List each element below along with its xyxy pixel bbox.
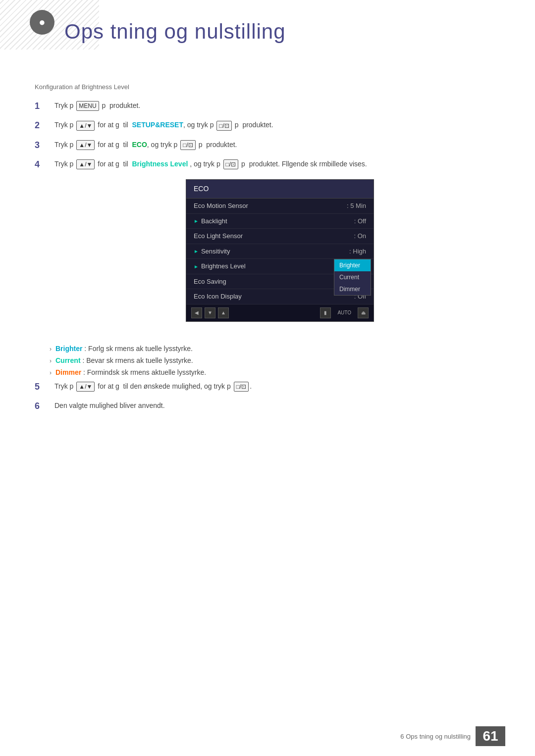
highlight-setup-reset: SETUP&RESET bbox=[132, 121, 183, 129]
page-title: Ops tning og nulstilling bbox=[64, 20, 505, 44]
step-text-3: Tryk p ▲/▼ for at g til ECO, og tryk p □… bbox=[54, 140, 505, 150]
bullet-marker-3: › bbox=[50, 369, 52, 376]
nav-btn-power: ⏏ bbox=[358, 307, 369, 318]
eco-row-icon-label: Eco Icon Display bbox=[194, 292, 354, 302]
step-list: 1 Tryk p MENU p produktet. 2 Tryk p ▲/▼ … bbox=[35, 101, 505, 337]
sub-bullet-current-text: Current : Bevar sk rmens ak tuelle lysst… bbox=[55, 356, 193, 364]
eco-row-motion-label: Eco Motion Sensor bbox=[194, 201, 347, 211]
key-nav-3: ▲/▼ bbox=[76, 140, 95, 150]
eco-nav-buttons: ◀ ▼ ▲ bbox=[191, 307, 229, 318]
eco-row-light-value: : On bbox=[354, 231, 366, 241]
footer-right: 6 Ops tning og nulstilling 61 bbox=[400, 726, 505, 746]
bullet-marker-1: › bbox=[50, 346, 52, 353]
arrow-brightness: ► bbox=[194, 263, 199, 270]
step-number-5: 5 bbox=[35, 381, 50, 393]
nav-btn-enter: ▮ bbox=[320, 307, 331, 318]
eco-menu: ECO Eco Motion Sensor : 5 Min ►Backlight… bbox=[186, 179, 374, 322]
eco-nav-right: ▮ AUTO ⏏ bbox=[320, 307, 369, 318]
highlight-eco: ECO bbox=[132, 141, 147, 149]
sub-bullet-current: › Current : Bevar sk rmens ak tuelle lys… bbox=[50, 356, 505, 364]
sub-bullet-brighter: › Brighter : Forlg sk rmens ak tuelle ly… bbox=[50, 345, 505, 353]
dropdown-option-current: Current bbox=[334, 271, 371, 283]
step-text-1: Tryk p MENU p produktet. bbox=[54, 101, 505, 111]
footer-page-number: 61 bbox=[476, 726, 505, 746]
eco-row-sensitivity-value: : High bbox=[349, 247, 366, 256]
eco-row-light-sensor: Eco Light Sensor : On bbox=[186, 229, 374, 244]
step-1: 1 Tryk p MENU p produktet. bbox=[35, 101, 505, 112]
eco-row-brightness-wrapper: ►Brightnes Level : Brighter Current Dimm… bbox=[186, 259, 374, 274]
section-label: Konfiguration af Brightness Level bbox=[35, 83, 505, 91]
step-text-6: Den valgte mulighed bliver anvendt. bbox=[54, 401, 505, 411]
label-current: Current bbox=[55, 356, 81, 364]
eco-row-backlight-value: : Off bbox=[354, 216, 366, 226]
step-text-2: Tryk p ▲/▼ for at g til SETUP&RESET, og … bbox=[54, 120, 505, 130]
page-container: ● Ops tning og nulstilling Konfiguration… bbox=[0, 0, 535, 435]
eco-menu-screenshot: ECO Eco Motion Sensor : 5 Min ►Backlight… bbox=[54, 179, 505, 322]
nav-btn-down: ▼ bbox=[205, 307, 215, 318]
sub-bullet-list: › Brighter : Forlg sk rmens ak tuelle ly… bbox=[50, 345, 505, 376]
eco-row-motion-value: : 5 Min bbox=[347, 201, 366, 211]
key-enter-2: □/⊡ bbox=[216, 121, 232, 131]
key-enter-3: □/⊡ bbox=[180, 140, 196, 150]
highlight-brightness-level: Brightness Level bbox=[132, 160, 188, 168]
step-number-2: 2 bbox=[35, 120, 50, 131]
nav-btn-left: ◀ bbox=[191, 307, 202, 318]
footer-chapter-label: 6 Ops tning og nulstilling bbox=[400, 733, 471, 740]
label-brighter: Brighter bbox=[55, 345, 82, 353]
dropdown-option-dimmer: Dimmer bbox=[334, 283, 371, 295]
step-3: 3 Tryk p ▲/▼ for at g til ECO, og tryk p… bbox=[35, 140, 505, 151]
key-enter-5: □/⊡ bbox=[234, 382, 249, 392]
eco-bottom-bar: ◀ ▼ ▲ ▮ AUTO ⏏ bbox=[186, 304, 374, 321]
nav-btn-up: ▲ bbox=[218, 307, 229, 318]
eco-row-sensitivity-label: ►Sensitivity bbox=[194, 247, 349, 256]
label-dimmer: Dimmer bbox=[55, 368, 81, 376]
step-5: 5 Tryk p ▲/▼ for at g til den ønskede mu… bbox=[35, 381, 505, 393]
eco-row-sensitivity: ►Sensitivity : High bbox=[186, 244, 374, 259]
sub-bullet-brighter-text: Brighter : Forlg sk rmens ak tuelle lyss… bbox=[55, 345, 193, 353]
step-list-2: 5 Tryk p ▲/▼ for at g til den ønskede mu… bbox=[35, 381, 505, 412]
step-4: 4 Tryk p ▲/▼ for at g til Brightness Lev… bbox=[35, 159, 505, 337]
key-enter-4: □/⊡ bbox=[223, 159, 239, 169]
step-2: 2 Tryk p ▲/▼ for at g til SETUP&RESET, o… bbox=[35, 120, 505, 131]
brightness-dropdown: Brighter Current Dimmer bbox=[334, 259, 371, 296]
page-footer: 6 Ops tning og nulstilling 61 bbox=[0, 726, 535, 746]
sub-bullet-dimmer: › Dimmer : Formindsk sk rmens aktuelle l… bbox=[50, 368, 505, 376]
step-text-5: Tryk p ▲/▼ for at g til den ønskede muli… bbox=[54, 381, 505, 392]
chapter-icon-symbol: ● bbox=[39, 16, 45, 29]
key-nav-5: ▲/▼ bbox=[76, 382, 95, 392]
eco-row-light-label: Eco Light Sensor bbox=[194, 231, 354, 241]
key-menu: MENU bbox=[76, 101, 99, 111]
step-number-3: 3 bbox=[35, 140, 50, 151]
key-nav-4: ▲/▼ bbox=[76, 159, 95, 169]
bullet-marker-2: › bbox=[50, 357, 52, 364]
sub-bullet-dimmer-text: Dimmer : Formindsk sk rmens aktuelle lys… bbox=[55, 368, 206, 376]
step-6: 6 Den valgte mulighed bliver anvendt. bbox=[35, 401, 505, 412]
step-number-6: 6 bbox=[35, 401, 50, 412]
step-number-1: 1 bbox=[35, 101, 50, 112]
eco-row-backlight-label: ►Backlight bbox=[194, 216, 354, 226]
arrow-sensitivity: ► bbox=[194, 248, 199, 255]
chapter-icon: ● bbox=[30, 10, 54, 35]
eco-row-motion-sensor: Eco Motion Sensor : 5 Min bbox=[186, 199, 374, 214]
dropdown-option-brighter: Brighter bbox=[334, 259, 371, 271]
key-nav-2: ▲/▼ bbox=[76, 121, 95, 131]
eco-row-backlight: ►Backlight : Off bbox=[186, 214, 374, 229]
nav-auto-label: AUTO bbox=[335, 309, 354, 316]
eco-menu-title: ECO bbox=[186, 180, 374, 199]
step-text-4: Tryk p ▲/▼ for at g til Brightness Level… bbox=[54, 159, 505, 337]
step-number-4: 4 bbox=[35, 159, 50, 170]
arrow-backlight: ► bbox=[194, 217, 199, 225]
